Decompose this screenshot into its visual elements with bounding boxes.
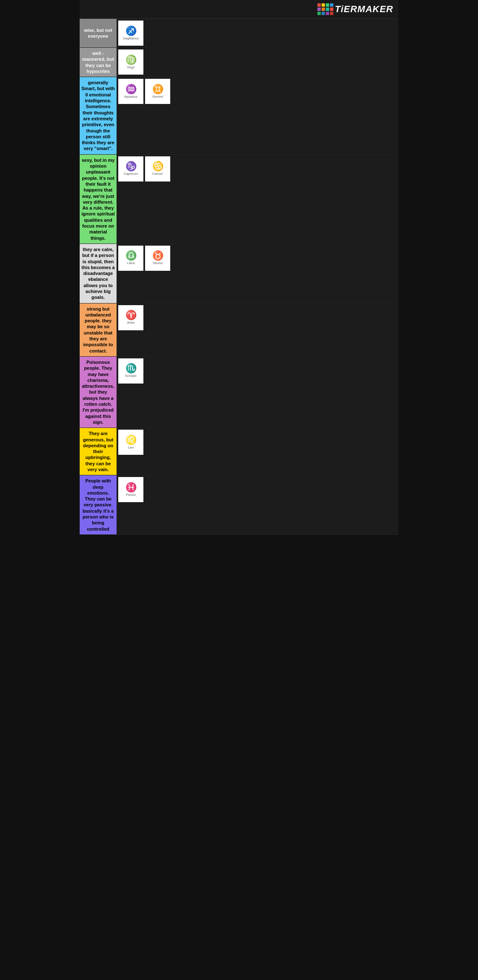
zodiac-symbol-aries: ♈ [125,311,137,320]
tier-label-9: People with deep emotions. They can be v… [80,475,117,534]
tier-label-2: well - mannered, but they can be hypocri… [80,48,117,77]
tier-content-1: ♐Sagittarius [117,19,398,47]
tier-label-5: they are calm, but if a person is stupid… [80,244,117,303]
logo-cell [326,8,329,11]
zodiac-name-virgo: Virgo [127,65,135,69]
zodiac-taurus[interactable]: ♉Taurus [145,246,170,271]
tier-row-1: wise, but not everyone♐Sagittarius [80,19,398,48]
zodiac-symbol-capricorn: ♑ [125,162,137,171]
logo-cell [330,12,333,15]
tier-content-8: ♌Leo [117,428,398,475]
zodiac-symbol-scorpio: ♏ [125,364,137,373]
logo-cell [317,8,321,11]
header: TiERMAKER [80,0,398,19]
zodiac-aquarius[interactable]: ♒Aquarius [118,79,143,104]
zodiac-symbol-gemini: ♊ [152,85,164,94]
tier-row-3: generally Smart, but with 0 emotional in… [80,77,398,155]
zodiac-name-leo: Leo [128,446,133,449]
zodiac-name-libra: Libra [127,261,135,265]
zodiac-virgo[interactable]: ♍Virgo [118,49,143,75]
tiers-container: wise, but not everyone♐Sagittariuswell -… [80,19,398,535]
tier-content-3: ♒Aquarius♊Gemini [117,77,398,154]
logo-cell [322,8,325,11]
zodiac-symbol-virgo: ♍ [125,55,137,65]
zodiac-libra[interactable]: ♎Libra [118,246,143,271]
tier-row-4: sexy, but in my opinion unpleasant peopl… [80,155,398,244]
tier-row-5: they are calm, but if a person is stupid… [80,244,398,303]
zodiac-aries[interactable]: ♈Aries [118,305,143,330]
zodiac-symbol-sagittarius: ♐ [125,26,137,36]
tier-content-9: ♓Pisces [117,475,398,534]
zodiac-name-aries: Aries [127,321,135,324]
tier-content-5: ♎Libra♉Taurus [117,244,398,303]
zodiac-pisces[interactable]: ♓Pisces [118,477,143,502]
tier-row-7: Poisonous people. They may have charisma… [80,357,398,428]
zodiac-name-sagittarius: Sagittarius [123,36,139,40]
tier-content-4: ♑Capricorn♋Cancer [117,155,398,244]
logo-text: TiERMAKER [335,4,393,15]
zodiac-symbol-taurus: ♉ [152,251,164,260]
tier-label-8: They are generous, but depending on thei… [80,428,117,475]
zodiac-symbol-pisces: ♓ [125,483,137,492]
tier-content-2: ♍Virgo [117,48,398,77]
logo-cell [317,12,321,15]
zodiac-symbol-libra: ♎ [125,251,137,260]
zodiac-symbol-aquarius: ♒ [125,85,137,94]
tier-label-1: wise, but not everyone [80,19,117,47]
zodiac-name-cancer: Cancer [152,172,163,176]
zodiac-gemini[interactable]: ♊Gemini [145,79,170,104]
logo-cell [330,8,333,11]
tiermaker-logo: TiERMAKER [317,3,393,15]
logo-cell [322,12,325,15]
zodiac-symbol-leo: ♌ [125,436,137,445]
logo-cell [326,3,329,7]
zodiac-name-taurus: Taurus [153,261,163,265]
logo-grid [317,3,333,15]
zodiac-name-pisces: Pisces [126,493,136,497]
tier-label-4: sexy, but in my opinion unpleasant peopl… [80,155,117,244]
zodiac-scorpio[interactable]: ♏Scorpio [118,358,143,384]
logo-cell [326,12,329,15]
tier-content-7: ♏Scorpio [117,357,398,428]
zodiac-capricorn[interactable]: ♑Capricorn [118,156,143,181]
zodiac-name-gemini: Gemini [152,95,163,99]
tier-row-6: strong but unbalanced people. they may b… [80,303,398,357]
zodiac-name-scorpio: Scorpio [125,374,136,378]
zodiac-cancer[interactable]: ♋Cancer [145,156,170,181]
zodiac-name-capricorn: Capricorn [124,172,138,176]
zodiac-name-aquarius: Aquarius [124,95,138,99]
tier-row-9: People with deep emotions. They can be v… [80,475,398,535]
tier-label-6: strong but unbalanced people. they may b… [80,303,117,356]
logo-cell [322,3,325,7]
logo-cell [317,3,321,7]
zodiac-sagittarius[interactable]: ♐Sagittarius [118,21,143,46]
tier-row-2: well - mannered, but they can be hypocri… [80,48,398,77]
tier-content-6: ♈Aries [117,303,398,356]
zodiac-leo[interactable]: ♌Leo [118,430,143,455]
tier-label-7: Poisonous people. They may have charisma… [80,357,117,428]
logo-cell [330,3,333,7]
tier-row-8: They are generous, but depending on thei… [80,428,398,475]
zodiac-symbol-cancer: ♋ [152,162,164,171]
tier-label-3: generally Smart, but with 0 emotional in… [80,77,117,154]
